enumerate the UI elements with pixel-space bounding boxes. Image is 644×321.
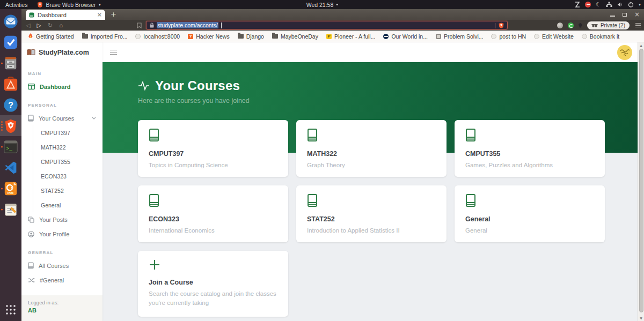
scroll-up-icon[interactable]: ▲ [638, 43, 644, 47]
network-icon[interactable] [606, 2, 612, 8]
dashboard-icon [28, 84, 35, 89]
app-grid-icon [5, 304, 16, 315]
minimize-icon[interactable] [610, 16, 615, 17]
browser-window: Dashboard × + × ◁ ▷ ↻ ⌂ studyplate.com/a… [21, 9, 644, 321]
bookmark-item[interactable]: MaybeOneDay [272, 33, 318, 40]
chevron-down-icon [92, 117, 96, 120]
course-code: MATH322 [307, 150, 436, 158]
extension-icon[interactable] [579, 23, 582, 28]
help-icon: ? [3, 98, 18, 113]
sidebar-subitem-course[interactable]: CMPUT355 [33, 154, 103, 169]
dock-file-cabinet[interactable] [0, 53, 21, 73]
course-card[interactable]: General General [455, 185, 605, 242]
menu-icon[interactable] [635, 23, 641, 27]
dock-ubuntu-software[interactable] [0, 73, 21, 94]
sidebar-item-general-channel[interactable]: #General [21, 273, 103, 287]
bookmark-item[interactable]: Edit Website [534, 33, 574, 40]
course-code: STAT252 [307, 215, 436, 223]
volume-icon[interactable] [617, 2, 623, 8]
power-icon[interactable] [628, 2, 634, 8]
shuffle-icon [28, 278, 35, 283]
notes-icon [3, 202, 18, 217]
brave-shields-icon[interactable] [499, 23, 504, 28]
dock-todo-app[interactable] [0, 32, 21, 53]
bookmark-item[interactable]: Our World in... [383, 33, 428, 40]
private-window-badge[interactable]: Private (2) [587, 21, 630, 29]
bookmark-item[interactable]: Django [238, 33, 264, 40]
bookmark-item[interactable]: Bookmark it [582, 33, 619, 40]
page-scrollbar[interactable]: ▲ ▼ [638, 42, 644, 321]
sidebar-item-your-profile[interactable]: Your Profile [21, 227, 103, 241]
scrollbar-thumb[interactable] [639, 49, 643, 312]
sidebar-item-your-posts[interactable]: Your Posts [21, 212, 103, 227]
tab-close-icon[interactable]: × [97, 12, 102, 18]
course-card[interactable]: STAT252 Introduction to Applied Statisti… [296, 185, 447, 242]
user-avatar[interactable] [617, 45, 632, 60]
avatar-scribble-icon [619, 47, 631, 58]
course-card[interactable]: ECON323 International Economics [138, 185, 288, 242]
sidebar-subitem-course[interactable]: CMPUT397 [33, 125, 103, 140]
night-light-icon[interactable]: ☾ [596, 2, 601, 8]
input-indicator-icon[interactable] [575, 2, 580, 8]
sidebar-item-dashboard[interactable]: Dashboard [21, 79, 103, 94]
globe-icon [491, 34, 496, 39]
activity-pulse-icon [138, 80, 150, 91]
tab-title: Dashboard [38, 12, 94, 18]
url-bar[interactable]: studyplate.com/acconts/ | [146, 21, 508, 29]
dock-terminal[interactable]: >_ [0, 136, 21, 157]
brand[interactable]: StudyPlate.com [21, 42, 103, 62]
reload-icon[interactable]: ↻ [48, 22, 53, 29]
home-icon[interactable]: ⌂ [59, 22, 63, 29]
back-icon[interactable]: ◁ [26, 22, 30, 29]
course-card[interactable]: CMPUT355 Games, Puzzles and Algorithms [455, 120, 605, 177]
bookmark-item[interactable]: Problem Solvi... [436, 33, 484, 40]
bookmark-item[interactable]: Getting Started [28, 33, 74, 40]
sidebar-item-all-courses[interactable]: All Courses [21, 258, 103, 273]
sidebar-subitem-course[interactable]: MATH322 [33, 140, 103, 154]
course-name: Topics in Computing Science [149, 161, 277, 170]
do-not-disturb-icon[interactable] [585, 2, 591, 8]
bookmark-item[interactable]: P Pioneer - A full... [326, 33, 375, 40]
bookmark-item[interactable]: post to HN [491, 33, 526, 40]
dock-vscode[interactable] [0, 157, 21, 178]
course-card[interactable]: MATH322 Graph Theory [296, 120, 447, 177]
dock-pdf-tool[interactable]: PDF [0, 178, 21, 199]
clock[interactable]: Wed 21:58 [306, 2, 338, 8]
join-course-card[interactable]: Join a Course Search the course catalog … [138, 251, 288, 317]
bookmark-label: Bookmark it [590, 33, 619, 40]
brand-name: StudyPlate.com [39, 49, 89, 56]
sidebar-item-your-courses[interactable]: Your Courses [21, 111, 103, 125]
bookmark-item[interactable]: localhost:8000 [135, 33, 180, 40]
extension-icon[interactable] [568, 23, 574, 28]
app-menu[interactable]: Brave Web Browser ▾ [33, 2, 105, 8]
sidebar-toggle-icon[interactable] [110, 50, 117, 55]
restore-icon[interactable] [623, 13, 627, 17]
scroll-down-icon[interactable]: ▼ [638, 316, 644, 320]
tray-caret-icon[interactable]: ▾ [639, 2, 641, 7]
forward-icon[interactable]: ▷ [36, 22, 41, 29]
bookmark-item[interactable]: Imported Fro... [82, 33, 128, 40]
folder-icon [82, 34, 88, 39]
dock-help[interactable]: ? [0, 94, 21, 115]
dock-brave-browser[interactable] [0, 115, 21, 136]
logged-in-user[interactable]: AB [28, 307, 96, 313]
course-code: CMPUT397 [149, 150, 277, 158]
close-icon[interactable]: × [634, 11, 640, 18]
page-title: Your Courses [155, 78, 240, 93]
hackernews-icon: Y [188, 34, 193, 39]
dock-app-grid[interactable] [0, 299, 21, 320]
course-code: ECON323 [149, 215, 277, 223]
sidebar-subitem-course[interactable]: STAT252 [33, 183, 103, 198]
sidebar-subitem-course[interactable]: ECON323 [33, 169, 103, 183]
tab-dashboard[interactable]: Dashboard × [26, 10, 105, 20]
reading-list-icon[interactable] [137, 23, 142, 28]
new-tab-button[interactable]: + [111, 10, 116, 18]
dock-notes[interactable] [0, 199, 21, 220]
dock-thunderbird[interactable] [0, 11, 21, 32]
sidebar-subitem-course[interactable]: General [33, 198, 103, 212]
course-card[interactable]: CMPUT397 Topics in Computing Science [138, 120, 288, 177]
bookmark-item[interactable]: Y Hacker News [188, 33, 229, 40]
brave-icon [37, 2, 43, 8]
activities-button[interactable]: Activities [0, 2, 33, 8]
extension-icon[interactable] [557, 23, 563, 28]
